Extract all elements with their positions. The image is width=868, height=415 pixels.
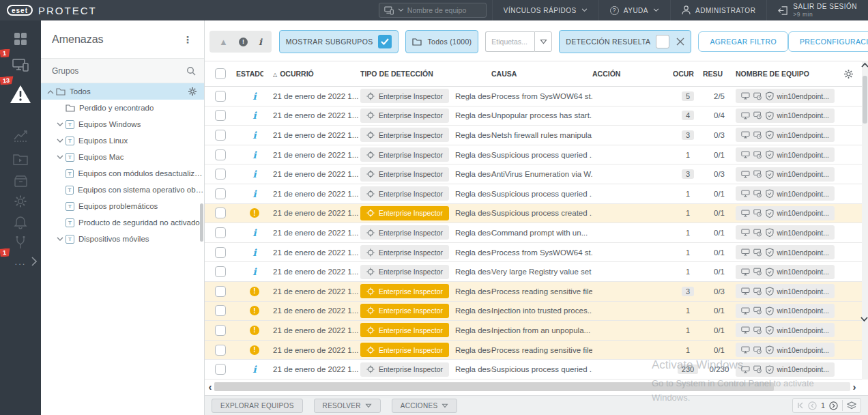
row-checkbox[interactable] bbox=[215, 227, 226, 238]
column-settings-gear-icon[interactable] bbox=[835, 69, 862, 79]
column-accion[interactable]: ACCIÓN bbox=[592, 70, 673, 78]
computer-chip[interactable]: win10endpoint... bbox=[736, 362, 835, 377]
table-row[interactable]: ! 21 de enero de 2022 1... Enterprise In… bbox=[205, 204, 862, 224]
add-filter-button[interactable]: AGREGAR FILTRO bbox=[698, 31, 788, 52]
nav-threats-active[interactable]: 13 bbox=[0, 81, 41, 108]
row-checkbox[interactable] bbox=[215, 169, 226, 180]
computer-chip[interactable]: win10endpoint... bbox=[736, 147, 835, 162]
table-row[interactable]: i 21 de enero de 2022 1... Enterprise In… bbox=[205, 360, 862, 380]
computer-chip[interactable]: win10endpoint... bbox=[736, 206, 835, 220]
severity-warning-toggle[interactable]: ▲ bbox=[219, 37, 228, 47]
computer-chip[interactable]: win10endpoint... bbox=[736, 245, 835, 259]
actions-button[interactable]: ACCIONES bbox=[392, 399, 458, 413]
table-row[interactable]: i 21 de enero de 2022 1... Enterprise In… bbox=[205, 223, 862, 243]
row-checkbox[interactable] bbox=[215, 149, 226, 160]
horizontal-scrollbar-thumb[interactable] bbox=[214, 382, 774, 391]
nav-more[interactable]: 1 ... bbox=[0, 250, 41, 273]
table-row[interactable]: ! 21 de enero de 2022 1... Enterprise In… bbox=[205, 302, 862, 321]
computer-chip[interactable]: win10endpoint... bbox=[736, 284, 835, 298]
horizontal-scrollbar-track[interactable] bbox=[214, 382, 850, 391]
checked-checkbox[interactable] bbox=[378, 35, 392, 48]
nav-computers[interactable]: 1 bbox=[0, 53, 41, 76]
presets-button[interactable]: PRECONFIGURACIÓN bbox=[788, 31, 868, 52]
eset-logo[interactable]: eset PROTECT bbox=[0, 5, 136, 16]
table-row[interactable]: ! 21 de enero de 2022 1... Enterprise In… bbox=[205, 282, 862, 302]
tags-dropdown-button[interactable] bbox=[534, 31, 552, 52]
group-gear-icon[interactable] bbox=[188, 87, 197, 96]
scroll-down-icon[interactable] bbox=[860, 317, 868, 322]
expand-rail-icon[interactable] bbox=[31, 257, 37, 266]
computer-chip[interactable]: win10endpoint... bbox=[736, 167, 835, 182]
unchecked-checkbox[interactable] bbox=[656, 35, 669, 48]
table-row[interactable]: i 21 de enero de 2022 1... Enterprise In… bbox=[205, 184, 862, 204]
group-tree-item[interactable]: T Dispositivos móviles bbox=[41, 231, 204, 247]
prev-page-icon[interactable] bbox=[808, 401, 817, 410]
column-ocurrencias[interactable]: OCUR bbox=[673, 70, 696, 78]
computer-chip[interactable]: win10endpoint... bbox=[736, 304, 835, 318]
column-tipo[interactable]: TIPO DE DETECCIÓN bbox=[360, 70, 491, 78]
row-checkbox[interactable] bbox=[215, 345, 226, 356]
group-tree-item[interactable]: T Perdido y encontrado bbox=[41, 100, 204, 116]
row-checkbox[interactable] bbox=[215, 305, 226, 316]
chevron-down-icon[interactable] bbox=[57, 237, 63, 242]
row-checkbox[interactable] bbox=[215, 188, 226, 199]
column-causa[interactable]: CAUSA bbox=[491, 70, 592, 78]
nav-notifications[interactable] bbox=[0, 210, 41, 233]
tags-input[interactable] bbox=[485, 31, 534, 52]
scroll-left-icon[interactable]: ‹ bbox=[206, 382, 214, 392]
computer-chip[interactable]: win10endpoint... bbox=[736, 225, 835, 240]
table-row[interactable]: i 21 de enero de 2022 1... Enterprise In… bbox=[205, 145, 862, 165]
resolved-detection-filter[interactable]: DETECCIÓN RESUELTA bbox=[559, 30, 691, 53]
table-row[interactable]: i 21 de enero de 2022 1... Enterprise In… bbox=[205, 106, 862, 126]
row-checkbox[interactable] bbox=[215, 130, 226, 141]
nav-tasks[interactable] bbox=[0, 147, 41, 171]
logout-button[interactable]: SALIR DE SESIÓN >9 min bbox=[766, 0, 868, 20]
table-row[interactable]: i 21 de enero de 2022 1... Enterprise In… bbox=[205, 87, 862, 106]
column-ocurrio[interactable]: △OCURRIÓ bbox=[273, 70, 360, 78]
remove-filter-icon[interactable] bbox=[676, 38, 684, 46]
user-menu[interactable]: ADMINISTRATOR bbox=[670, 0, 766, 20]
computer-chip[interactable]: win10endpoint... bbox=[736, 265, 835, 279]
nav-policies[interactable] bbox=[0, 190, 41, 213]
page-size-icon[interactable] bbox=[847, 401, 856, 410]
group-scope-filter[interactable]: Todos (1000) bbox=[405, 30, 478, 53]
row-checkbox[interactable] bbox=[215, 364, 226, 375]
table-row[interactable]: i 21 de enero de 2022 1... Enterprise In… bbox=[205, 164, 862, 184]
select-all-checkbox[interactable] bbox=[215, 68, 226, 79]
chevron-down-icon[interactable] bbox=[57, 122, 63, 127]
vertical-scrollbar-thumb[interactable] bbox=[863, 76, 867, 124]
severity-info-toggle[interactable]: i bbox=[259, 37, 262, 47]
group-tree-item[interactable]: T Equipos con sistema operativo obsoleto bbox=[41, 182, 204, 198]
column-resuelto[interactable]: RESU bbox=[703, 70, 726, 78]
group-tree-item[interactable]: T Equipos con módulos desactualizados bbox=[41, 165, 204, 182]
severity-critical-toggle[interactable]: ! bbox=[239, 38, 248, 46]
chevron-down-icon[interactable] bbox=[57, 139, 63, 143]
vertical-scrollbar[interactable] bbox=[862, 61, 868, 380]
search-input[interactable] bbox=[407, 6, 476, 14]
scroll-up-icon[interactable] bbox=[861, 62, 868, 68]
computer-chip[interactable]: win10endpoint... bbox=[736, 343, 835, 357]
row-checkbox[interactable] bbox=[215, 286, 226, 297]
group-tree-item[interactable]: T Equipos Windows bbox=[41, 116, 204, 132]
scroll-right-icon[interactable]: › bbox=[850, 382, 858, 392]
group-tree-item[interactable]: T Equipos Linux bbox=[41, 132, 204, 149]
computer-chip[interactable]: win10endpoint... bbox=[736, 128, 835, 142]
row-checkbox[interactable] bbox=[215, 247, 226, 258]
group-tree-item[interactable]: T Equipos Mac bbox=[41, 149, 204, 165]
table-row[interactable]: i 21 de enero de 2022 1... Enterprise In… bbox=[205, 243, 862, 263]
nav-reports[interactable] bbox=[0, 124, 41, 147]
computer-chip[interactable]: win10endpoint... bbox=[736, 186, 835, 201]
chevron-up-icon[interactable] bbox=[47, 89, 54, 94]
show-subgroups-filter[interactable]: MOSTRAR SUBGRUPOS bbox=[279, 30, 399, 53]
first-page-icon[interactable] bbox=[797, 402, 804, 409]
resolve-button[interactable]: RESOLVER bbox=[314, 399, 381, 413]
table-row[interactable]: ! 21 de enero de 2022 1... Enterprise In… bbox=[205, 341, 862, 360]
table-row[interactable]: ! 21 de enero de 2022 1... Enterprise In… bbox=[205, 321, 862, 341]
help-menu[interactable]: ? AYUDA bbox=[598, 0, 670, 20]
row-checkbox[interactable] bbox=[215, 266, 226, 277]
group-tree-item[interactable]: T Equipos problemáticos bbox=[41, 198, 204, 214]
table-row[interactable]: i 21 de enero de 2022 1... Enterprise In… bbox=[205, 126, 862, 145]
search-icon[interactable] bbox=[186, 66, 196, 76]
group-tree-item[interactable]: T Producto de seguridad no activado bbox=[41, 214, 204, 231]
nav-installers[interactable] bbox=[0, 169, 41, 192]
